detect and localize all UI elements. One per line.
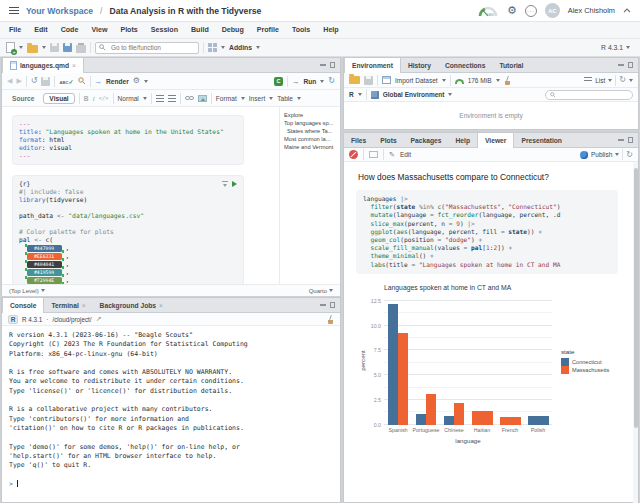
tab-presentation[interactable]: Presentation — [514, 133, 569, 147]
clear-console-icon[interactable] — [327, 315, 334, 324]
run-chunks-above-icon[interactable] — [222, 181, 228, 187]
addins-button[interactable]: Addins — [229, 44, 252, 51]
source-popout-icon[interactable]: ↺ — [31, 77, 38, 85]
menu-plots[interactable]: Plots — [120, 26, 137, 34]
paragraph-style-dropdown[interactable]: Normal — [118, 95, 139, 102]
open-folder-icon[interactable] — [27, 45, 38, 53]
pane-layout-icon[interactable] — [208, 43, 217, 52]
scope-indicator[interactable]: (Top Level) — [9, 288, 39, 294]
memory-caret[interactable] — [496, 79, 500, 82]
save-workspace-icon[interactable] — [364, 76, 373, 85]
outline-item[interactable]: Explore — [284, 111, 338, 119]
environment-selector-caret[interactable] — [448, 93, 452, 96]
environment-search-input[interactable] — [558, 91, 630, 99]
link-icon[interactable] — [185, 95, 194, 101]
menu-build[interactable]: Build — [191, 26, 209, 34]
menu-help[interactable]: Help — [323, 26, 338, 34]
minimize-pane-icon[interactable] — [618, 139, 624, 141]
open-in-new-window-icon[interactable] — [369, 151, 378, 158]
tab-viewer[interactable]: Viewer — [477, 133, 514, 148]
render-options-caret[interactable] — [144, 80, 148, 83]
print-icon[interactable] — [76, 45, 86, 53]
clear-environment-icon[interactable] — [504, 76, 511, 85]
tab-environment[interactable]: Environment — [344, 58, 401, 73]
maximize-pane-icon[interactable] — [330, 302, 336, 308]
save-all-icon[interactable] — [63, 43, 72, 52]
code-icon[interactable]: </> — [99, 95, 109, 101]
clear-viewer-icon[interactable] — [349, 150, 358, 159]
goto-file-input[interactable] — [109, 43, 199, 52]
more-options-icon[interactable]: ··· — [525, 5, 537, 17]
publish-button[interactable]: Publish — [591, 151, 612, 158]
paragraph-style-caret[interactable] — [143, 97, 147, 100]
console-prompt[interactable]: > — [9, 480, 333, 489]
minimize-pane-icon[interactable] — [320, 304, 326, 306]
source-mode-button[interactable]: Source — [7, 94, 39, 103]
maximize-pane-icon[interactable] — [628, 62, 634, 68]
breadcrumb-workspace[interactable]: Your Workspace — [26, 6, 93, 16]
outline-item[interactable]: States where Ta... — [284, 127, 338, 135]
memory-usage[interactable]: 176 MiB — [468, 77, 492, 84]
close-jobs-icon[interactable]: × — [159, 302, 163, 309]
addins-caret[interactable] — [256, 46, 260, 49]
menu-profile[interactable]: Profile — [257, 26, 279, 34]
load-workspace-icon[interactable] — [349, 76, 360, 84]
outline-item[interactable]: Most common la... — [284, 135, 338, 143]
new-file-icon[interactable] — [6, 42, 15, 53]
tab-files[interactable]: Files — [344, 133, 373, 147]
language-caret[interactable] — [358, 93, 362, 96]
tab-history[interactable]: History — [401, 58, 438, 72]
menu-edit[interactable]: Edit — [34, 26, 47, 34]
refresh-caret[interactable] — [629, 79, 633, 82]
table-menu[interactable]: Table — [277, 95, 293, 102]
tab-terminal[interactable]: Terminal× — [44, 298, 92, 312]
format-menu[interactable]: Format — [216, 95, 237, 102]
pane-layout-caret[interactable] — [221, 46, 225, 49]
open-folder-caret[interactable] — [42, 46, 46, 49]
new-file-caret[interactable] — [19, 46, 23, 49]
visual-mode-button[interactable]: Visual — [43, 93, 74, 104]
save-document-icon[interactable] — [41, 77, 50, 86]
insert-menu[interactable]: Insert — [249, 95, 266, 102]
menu-code[interactable]: Code — [61, 26, 79, 34]
import-dataset-button[interactable]: Import Dataset — [395, 77, 438, 84]
r-version-selector[interactable]: R 4.3.1 — [601, 44, 634, 51]
menu-debug[interactable]: Debug — [222, 26, 244, 34]
forward-icon[interactable]: ▶ — [16, 77, 21, 85]
avatar[interactable]: AC — [545, 3, 560, 18]
maximize-pane-icon[interactable] — [628, 137, 634, 143]
chevron-up-icon[interactable] — [623, 8, 631, 13]
language-selector[interactable]: R — [349, 91, 354, 98]
hamburger-menu-icon[interactable] — [9, 7, 19, 8]
tab-connections[interactable]: Connections — [438, 58, 493, 72]
doc-type-indicator[interactable]: Quarto — [309, 288, 327, 294]
menu-file[interactable]: File — [9, 26, 21, 34]
viewer-scrollbar[interactable] — [633, 162, 638, 503]
numbered-list-icon[interactable] — [168, 95, 176, 102]
tab-console[interactable]: Console — [2, 298, 44, 313]
italic-icon[interactable]: I — [92, 95, 94, 102]
format-caret[interactable] — [241, 97, 245, 100]
render-button[interactable]: Render — [106, 78, 129, 85]
refresh-environment-icon[interactable]: ↻ — [619, 76, 626, 84]
save-icon[interactable] — [50, 43, 59, 52]
refresh-viewer-icon[interactable]: ↻ — [626, 151, 633, 159]
image-icon[interactable] — [198, 95, 207, 102]
bullet-list-icon[interactable] — [156, 95, 164, 102]
tab-languages-qmd[interactable]: languages.qmd × — [2, 58, 84, 73]
close-tab-icon[interactable]: × — [72, 62, 76, 69]
bold-icon[interactable]: B — [84, 95, 89, 102]
import-dataset-caret[interactable] — [442, 79, 446, 82]
run-button[interactable]: Run — [303, 78, 316, 85]
publish-caret[interactable] — [615, 153, 619, 156]
scrollbar-thumb[interactable] — [634, 168, 638, 428]
tab-packages[interactable]: Packages — [404, 133, 449, 147]
outline-item[interactable]: Maine and Vermont — [284, 143, 338, 151]
menu-tools[interactable]: Tools — [292, 26, 310, 34]
run-caret[interactable] — [320, 80, 324, 83]
edit-button[interactable]: Edit — [400, 151, 411, 158]
ram-gauge-icon[interactable]: RAM — [477, 4, 499, 17]
back-icon[interactable]: ◀ — [7, 77, 12, 85]
list-view-dropdown[interactable]: List — [595, 77, 605, 84]
minimize-pane-icon[interactable] — [320, 64, 326, 66]
